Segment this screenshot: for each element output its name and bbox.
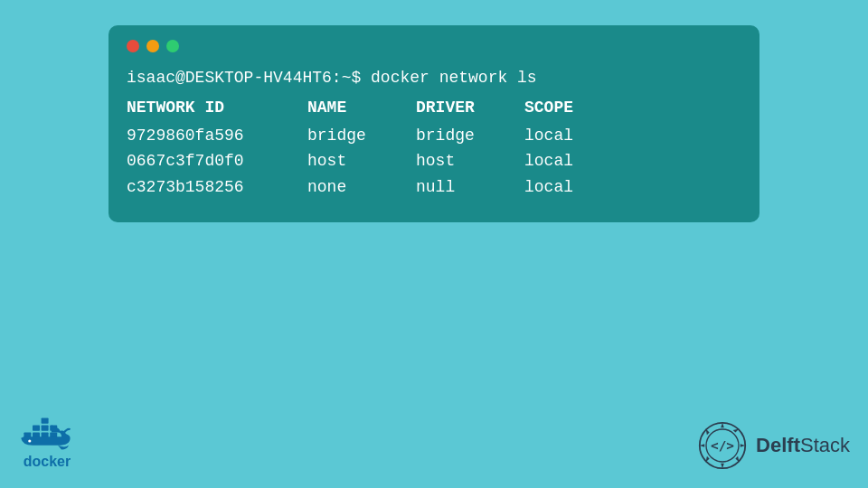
delftstack-branding: </> DelftStack bbox=[698, 421, 850, 470]
header-name: NAME bbox=[307, 95, 416, 121]
row2-id: 0667c3f7d0f0 bbox=[127, 148, 307, 174]
terminal-content: isaac@DESKTOP-HV44HT6:~$ docker network … bbox=[127, 65, 741, 201]
svg-marker-14 bbox=[733, 429, 740, 433]
row3-driver: null bbox=[416, 174, 524, 201]
minimize-dot bbox=[146, 40, 159, 52]
row1-id: 9729860fa596 bbox=[127, 123, 307, 149]
close-dot bbox=[127, 40, 139, 52]
header-network-id: NETWORK ID bbox=[127, 95, 307, 121]
svg-marker-15 bbox=[735, 456, 739, 463]
docker-whale-icon bbox=[18, 412, 76, 452]
table-row-1: 9729860fa596 bridge bridge local bbox=[127, 123, 741, 149]
title-bar bbox=[127, 40, 741, 52]
svg-marker-16 bbox=[706, 456, 710, 463]
row3-name: none bbox=[307, 174, 416, 201]
row2-scope: local bbox=[524, 148, 573, 174]
delftstack-bold-text: DelftStack bbox=[756, 434, 850, 456]
svg-marker-17 bbox=[706, 429, 710, 436]
svg-rect-4 bbox=[33, 425, 40, 430]
docker-label: docker bbox=[24, 454, 71, 470]
row3-id: c3273b158256 bbox=[127, 174, 307, 201]
row1-scope: local bbox=[524, 123, 573, 149]
maximize-dot bbox=[166, 40, 179, 52]
row2-name: host bbox=[307, 148, 416, 174]
row3-scope: local bbox=[524, 174, 573, 201]
docker-branding: docker bbox=[18, 412, 76, 470]
svg-text:</>: </> bbox=[711, 438, 734, 453]
delftstack-emblem-icon: </> bbox=[698, 421, 747, 470]
header-driver: DRIVER bbox=[416, 95, 524, 121]
svg-point-8 bbox=[28, 439, 31, 442]
table-header-row: NETWORK ID NAME DRIVER SCOPE bbox=[127, 95, 741, 121]
svg-rect-7 bbox=[42, 418, 49, 423]
table-row-2: 0667c3f7d0f0 host host local bbox=[127, 148, 741, 174]
row1-driver: bridge bbox=[416, 123, 524, 149]
svg-rect-5 bbox=[42, 425, 49, 430]
table-row-3: c3273b158256 none null local bbox=[127, 174, 741, 201]
terminal-window: isaac@DESKTOP-HV44HT6:~$ docker network … bbox=[108, 25, 760, 222]
row2-driver: host bbox=[416, 148, 524, 174]
command-line: isaac@DESKTOP-HV44HT6:~$ docker network … bbox=[127, 65, 741, 91]
header-scope: SCOPE bbox=[524, 95, 573, 121]
row1-name: bridge bbox=[307, 123, 416, 149]
delftstack-text-block: DelftStack bbox=[756, 434, 850, 457]
